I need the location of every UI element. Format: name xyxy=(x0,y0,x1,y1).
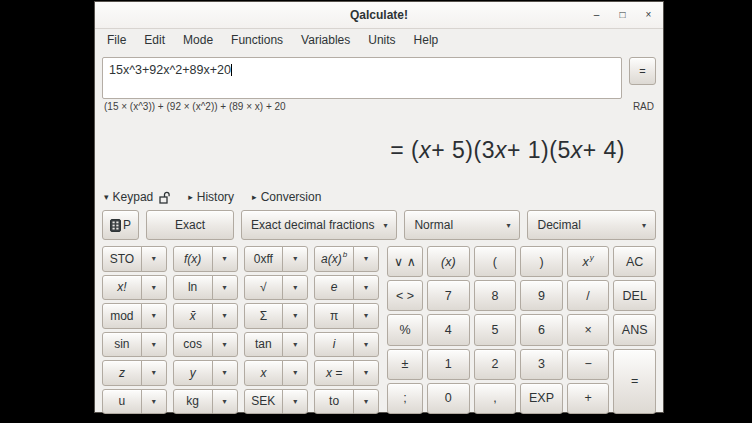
key-e[interactable]: e xyxy=(314,275,354,301)
key-cursor-leftright[interactable]: < > xyxy=(387,280,423,311)
key-mean[interactable]: x̄ xyxy=(173,303,213,329)
menu-units[interactable]: Units xyxy=(359,31,404,49)
key-exp[interactable]: EXP xyxy=(520,383,563,414)
programming-keypad-button[interactable]: P xyxy=(102,210,139,240)
key-equation[interactable]: x = xyxy=(314,360,354,386)
key-7[interactable]: 7 xyxy=(427,280,470,311)
key-function-dropdown[interactable]: ▾ xyxy=(212,246,238,272)
key-sin-dropdown[interactable]: ▾ xyxy=(141,332,167,358)
key-mod-dropdown[interactable]: ▾ xyxy=(141,303,167,329)
key-x[interactable]: x xyxy=(244,360,284,386)
key-store-dropdown[interactable]: ▾ xyxy=(141,246,167,272)
key-sin[interactable]: sin xyxy=(102,332,142,358)
key-tan-dropdown[interactable]: ▾ xyxy=(282,332,308,358)
key-x-parens[interactable]: (x) xyxy=(427,246,470,277)
close-button[interactable]: × xyxy=(644,10,653,20)
key-cos-dropdown[interactable]: ▾ xyxy=(212,332,238,358)
key-2[interactable]: 2 xyxy=(474,349,517,380)
key-sqrt-dropdown[interactable]: ▾ xyxy=(282,275,308,301)
key-z-dropdown[interactable]: ▾ xyxy=(141,360,167,386)
titlebar[interactable]: Qalculate! – □ × xyxy=(95,2,663,29)
key-minus[interactable]: − xyxy=(567,349,610,380)
key-store[interactable]: STO xyxy=(102,246,142,272)
expression-input[interactable]: 15x^3+92x^2+89x+20 xyxy=(102,57,622,99)
key-currency[interactable]: SEK xyxy=(244,389,284,415)
key-del[interactable]: DEL xyxy=(613,280,656,311)
key-sum[interactable]: Σ xyxy=(244,303,284,329)
key-mean-dropdown[interactable]: ▾ xyxy=(212,303,238,329)
key-decimal[interactable]: , xyxy=(474,383,517,414)
key-unit-dropdown[interactable]: ▾ xyxy=(141,389,167,415)
key-z[interactable]: z xyxy=(102,360,142,386)
key-mod[interactable]: mod xyxy=(102,303,142,329)
minimize-button[interactable]: – xyxy=(592,10,601,20)
maximize-button[interactable]: □ xyxy=(618,10,627,20)
key-ln-dropdown[interactable]: ▾ xyxy=(212,275,238,301)
key-sqrt[interactable]: √ xyxy=(244,275,284,301)
key-sum-dropdown[interactable]: ▾ xyxy=(282,303,308,329)
key-kg-dropdown[interactable]: ▾ xyxy=(212,389,238,415)
key-6[interactable]: 6 xyxy=(520,314,563,345)
key-percent[interactable]: % xyxy=(387,314,423,345)
key-cos[interactable]: cos xyxy=(173,332,213,358)
key-power-dropdown[interactable]: ▾ xyxy=(353,246,379,272)
key-ac[interactable]: AC xyxy=(613,246,656,277)
key-raise-power[interactable]: xy xyxy=(567,246,610,277)
key-multiply[interactable]: × xyxy=(567,314,610,345)
key-currency-dropdown[interactable]: ▾ xyxy=(282,389,308,415)
key-separator[interactable]: ; xyxy=(387,383,423,414)
menu-help[interactable]: Help xyxy=(405,31,448,49)
key-8[interactable]: 8 xyxy=(474,280,517,311)
key-unit[interactable]: u xyxy=(102,389,142,415)
key-to[interactable]: to xyxy=(314,389,354,415)
key-power[interactable]: a(x)b xyxy=(314,246,354,272)
key-hex-dropdown[interactable]: ▾ xyxy=(282,246,308,272)
menu-variables[interactable]: Variables xyxy=(292,31,359,49)
key-equals[interactable]: = xyxy=(613,349,656,414)
menu-edit[interactable]: Edit xyxy=(135,31,174,49)
key-close-paren[interactable]: ) xyxy=(520,246,563,277)
key-pi-dropdown[interactable]: ▾ xyxy=(353,303,379,329)
key-ans[interactable]: ANS xyxy=(613,314,656,345)
fraction-mode-select[interactable]: Exact decimal fractions ▾ xyxy=(241,210,397,240)
key-y-dropdown[interactable]: ▾ xyxy=(212,360,238,386)
key-kg[interactable]: kg xyxy=(173,389,213,415)
key-y[interactable]: y xyxy=(173,360,213,386)
key-e-dropdown[interactable]: ▾ xyxy=(353,275,379,301)
lock-icon[interactable] xyxy=(159,191,170,204)
key-x-dropdown[interactable]: ▾ xyxy=(282,360,308,386)
key-factorial-dropdown[interactable]: ▾ xyxy=(141,275,167,301)
menu-functions[interactable]: Functions xyxy=(222,31,292,49)
key-0[interactable]: 0 xyxy=(427,383,470,414)
tab-keypad[interactable]: ▾ Keypad xyxy=(104,190,170,204)
key-scroll-updown[interactable]: ∨ ∧ xyxy=(387,246,423,277)
key-imaginary[interactable]: i xyxy=(314,332,354,358)
chevron-down-icon: ▾ xyxy=(152,283,156,292)
key-hex[interactable]: 0xff xyxy=(244,246,284,272)
key-imaginary-dropdown[interactable]: ▾ xyxy=(353,332,379,358)
key-9[interactable]: 9 xyxy=(520,280,563,311)
key-equation-dropdown[interactable]: ▾ xyxy=(353,360,379,386)
display-mode-select[interactable]: Normal ▾ xyxy=(404,210,520,240)
key-pi[interactable]: π xyxy=(314,303,354,329)
menu-file[interactable]: File xyxy=(98,31,135,49)
key-divide[interactable]: / xyxy=(567,280,610,311)
key-to-dropdown[interactable]: ▾ xyxy=(353,389,379,415)
key-5[interactable]: 5 xyxy=(474,314,517,345)
calculate-button[interactable]: = xyxy=(629,57,656,85)
key-ln[interactable]: ln xyxy=(173,275,213,301)
key-function[interactable]: f(x) xyxy=(173,246,213,272)
number-base-select[interactable]: Decimal ▾ xyxy=(527,210,656,240)
tab-conversion[interactable]: ▸ Conversion xyxy=(252,190,321,204)
tab-history[interactable]: ▸ History xyxy=(188,190,234,204)
key-4[interactable]: 4 xyxy=(427,314,470,345)
key-factorial[interactable]: x! xyxy=(102,275,142,301)
key-plus[interactable]: + xyxy=(567,383,610,414)
key-tan[interactable]: tan xyxy=(244,332,284,358)
key-1[interactable]: 1 xyxy=(427,349,470,380)
key-plus-minus[interactable]: ± xyxy=(387,349,423,380)
exact-mode-button[interactable]: Exact xyxy=(146,210,234,240)
menu-mode[interactable]: Mode xyxy=(174,31,222,49)
key-open-paren[interactable]: ( xyxy=(474,246,517,277)
key-3[interactable]: 3 xyxy=(520,349,563,380)
